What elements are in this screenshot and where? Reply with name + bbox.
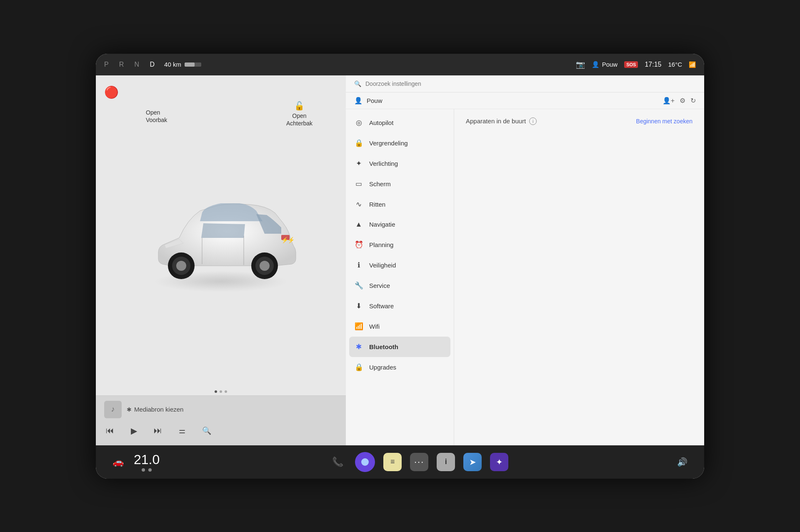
settings-item-verlichting[interactable]: ✦ Verlichting	[346, 153, 454, 174]
verlichting-icon: ✦	[354, 159, 363, 168]
car-status-icon[interactable]: 🚗	[112, 457, 124, 467]
settings-item-software[interactable]: ⬇ Software	[346, 296, 454, 316]
settings-list: ◎ Autopilot 🔒 Vergrendeling ✦ Verlichtin…	[346, 109, 454, 445]
range-value: 40 km	[164, 61, 181, 68]
music-icon-box: ♪	[104, 401, 122, 418]
media-source-text[interactable]: ✱ Mediabron kiezen	[127, 406, 183, 413]
main-area: 🔴 Open Voorbak 🔓 Open Achterbak	[96, 75, 704, 445]
rear-trunk-label[interactable]: 🔓 Open Achterbak	[286, 100, 312, 127]
software-label: Software	[369, 302, 394, 310]
start-search-button[interactable]: Beginnen met zoeken	[636, 118, 692, 125]
bluetooth-media-icon: ✱	[127, 406, 132, 413]
settings-username: Pouw	[367, 97, 382, 104]
wifi-icon: 📶	[689, 61, 696, 68]
nearby-devices-label: Apparaten in de buurt	[466, 117, 526, 125]
media-search-button[interactable]: 🔍	[200, 425, 213, 437]
settings-user-row: 👤 Pouw 👤+ ⚙ ↻	[346, 92, 704, 109]
temp-indicator-2	[148, 468, 152, 472]
magic-app-button[interactable]: ✦	[490, 453, 508, 471]
planning-icon: ⏰	[354, 240, 363, 249]
ritten-icon: ∿	[354, 200, 363, 209]
navigatie-label: Navigatie	[369, 221, 395, 228]
user-add-icon[interactable]: 👤+	[662, 97, 675, 105]
autopilot-icon: ◎	[354, 118, 363, 127]
settings-item-upgrades[interactable]: 🔒 Upgrades	[346, 357, 454, 377]
taskbar: 🚗 21.0 📞 ≡	[96, 445, 704, 479]
temp-display: 16°C	[668, 61, 682, 68]
settings-item-autopilot[interactable]: ◎ Autopilot	[346, 112, 454, 133]
dot-2	[220, 390, 222, 393]
ritten-label: Ritten	[369, 201, 385, 208]
vergrendeling-icon: 🔒	[354, 139, 363, 147]
settings-item-planning[interactable]: ⏰ Planning	[346, 235, 454, 255]
right-panel: 🔍 👤 Pouw 👤+ ⚙ ↻	[346, 75, 704, 445]
range-bar	[185, 62, 201, 67]
sos-badge[interactable]: SOS	[624, 61, 638, 68]
volume-icon[interactable]: 🔊	[677, 457, 688, 467]
temp-value: 21.0	[134, 452, 160, 467]
settings-item-scherm[interactable]: ▭ Scherm	[346, 174, 454, 194]
svg-point-6	[260, 261, 270, 271]
temp-indicator-1	[142, 468, 145, 472]
prev-track-button[interactable]: ⏮	[104, 424, 116, 437]
navigatie-icon: ▲	[354, 220, 363, 229]
user-settings-icon[interactable]: ⚙	[680, 97, 685, 105]
nearby-devices-info-icon[interactable]: i	[529, 117, 537, 125]
settings-item-veiligheid[interactable]: ℹ Veiligheid	[346, 255, 454, 275]
bluetooth-section-title: Apparaten in de buurt i Beginnen met zoe…	[466, 117, 692, 125]
settings-search-icon: 🔍	[354, 80, 361, 87]
time-display: 17:15	[645, 61, 661, 68]
settings-item-navigatie[interactable]: ▲ Navigatie	[346, 215, 454, 235]
autopilot-label: Autopilot	[369, 119, 393, 126]
upgrades-icon: 🔒	[354, 363, 363, 372]
phone-button[interactable]: 📞	[328, 453, 347, 471]
scherm-icon: ▭	[354, 180, 363, 188]
taskbar-left: 🚗 21.0	[112, 452, 160, 472]
service-label: Service	[369, 282, 390, 289]
maps-app-button[interactable]: ➤	[463, 453, 482, 471]
bluetooth-label: Bluetooth	[369, 343, 398, 350]
car-view-area: Open Voorbak 🔓 Open Achterbak	[96, 75, 346, 388]
media-top-row: ♪ ✱ Mediabron kiezen	[104, 401, 338, 418]
left-panel: 🔴 Open Voorbak 🔓 Open Achterbak	[96, 75, 346, 445]
next-track-button[interactable]: ⏭	[152, 424, 164, 437]
play-pause-button[interactable]: ▶	[129, 424, 139, 437]
settings-body: ◎ Autopilot 🔒 Vergrendeling ✦ Verlichtin…	[346, 109, 704, 445]
user-sync-icon[interactable]: ↻	[690, 97, 696, 105]
bluetooth-panel: Apparaten in de buurt i Beginnen met zoe…	[454, 109, 704, 445]
settings-item-ritten[interactable]: ∿ Ritten	[346, 194, 454, 215]
camera-icon[interactable]: 📷	[576, 60, 585, 69]
verlichting-label: Verlichting	[369, 160, 398, 167]
settings-item-service[interactable]: 🔧 Service	[346, 275, 454, 296]
settings-search-input[interactable]	[365, 80, 696, 87]
range-indicator: 40 km	[164, 61, 201, 68]
status-bar-right: 📷 👤 Pouw SOS 17:15 16°C 📶	[576, 60, 696, 69]
status-user: 👤 Pouw	[592, 61, 618, 68]
cabin-temp: 21.0	[134, 452, 160, 472]
wifi-settings-icon: 📶	[354, 322, 363, 331]
status-username: Pouw	[602, 61, 618, 68]
wifi-label: Wifi	[369, 323, 380, 330]
media-source-label: Mediabron kiezen	[134, 406, 183, 413]
settings-item-wifi[interactable]: 📶 Wifi	[346, 316, 454, 337]
settings-item-bluetooth[interactable]: ✱ Bluetooth	[349, 337, 450, 357]
front-trunk-label[interactable]: Open Voorbak	[146, 109, 167, 124]
info-app-button[interactable]: i	[437, 453, 455, 471]
status-bar: P R N D 40 km 📷 👤 Pouw SOS 17:15 16°C 📶	[96, 54, 704, 75]
car-svg: ⚡ ⚡	[133, 165, 308, 298]
notes-app-button[interactable]: ≡	[383, 453, 402, 471]
equalizer-button[interactable]: ⚌	[177, 425, 187, 437]
voice-button[interactable]	[355, 452, 375, 472]
settings-item-vergrendeling[interactable]: 🔒 Vergrendeling	[346, 133, 454, 153]
page-dots	[96, 388, 346, 395]
media-player: ♪ ✱ Mediabron kiezen ⏮ ▶ ⏭ ⚌ 🔍	[96, 395, 346, 445]
taskbar-center: 📞 ≡ ··· i ➤ ✦	[160, 452, 677, 472]
car-image: ⚡ ⚡	[133, 165, 308, 298]
active-gear: D	[150, 61, 156, 68]
veiligheid-label: Veiligheid	[369, 262, 396, 269]
music-note-icon: ♪	[111, 405, 115, 414]
range-fill	[185, 62, 195, 67]
upgrades-label: Upgrades	[369, 364, 396, 371]
more-button[interactable]: ···	[410, 453, 428, 471]
svg-point-3	[176, 261, 186, 271]
